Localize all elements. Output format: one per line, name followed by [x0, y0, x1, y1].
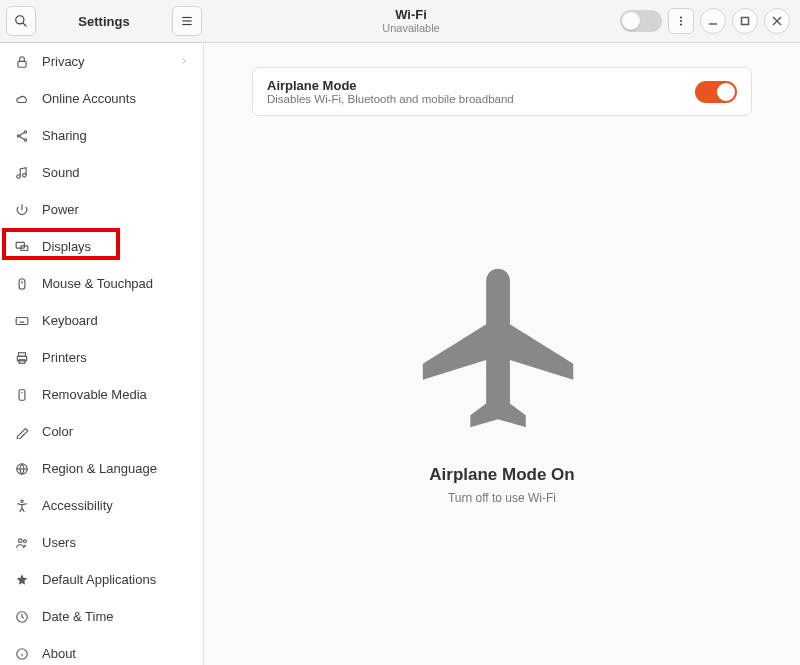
- sidebar-item-about[interactable]: About: [0, 635, 203, 665]
- sidebar-item-color[interactable]: Color: [0, 413, 203, 450]
- sidebar-item-label: Privacy: [42, 54, 85, 69]
- svg-point-18: [17, 174, 21, 178]
- sidebar-item-label: Users: [42, 535, 76, 550]
- content: PrivacyOnline AccountsSharingSoundPowerD…: [0, 43, 800, 665]
- sidebar-item-printer[interactable]: Printers: [0, 339, 203, 376]
- titlebar-right: [620, 8, 794, 34]
- airplane-mode-switch[interactable]: [695, 81, 737, 103]
- svg-point-13: [24, 130, 26, 132]
- about-icon: [14, 646, 30, 662]
- titlebar-left: Settings: [6, 6, 202, 36]
- wifi-placeholder: Airplane Mode On Turn off to use Wi-Fi: [407, 116, 597, 641]
- window-close-button[interactable]: [764, 8, 790, 34]
- svg-rect-22: [19, 278, 25, 289]
- region-icon: [14, 461, 30, 477]
- page-subtitle: Unavailable: [208, 22, 614, 35]
- titlebar: Settings Wi-Fi Unavailable: [0, 0, 800, 43]
- sidebar-item-label: Printers: [42, 350, 87, 365]
- sidebar-item-power[interactable]: Power: [0, 191, 203, 228]
- sidebar-item-label: Accessibility: [42, 498, 113, 513]
- defaults-icon: [14, 572, 30, 588]
- share-icon: [14, 128, 30, 144]
- datetime-icon: [14, 609, 30, 625]
- airplane-mode-texts: Airplane Mode Disables Wi-Fi, Bluetooth …: [267, 78, 695, 105]
- sidebar-item-label: About: [42, 646, 76, 661]
- sidebar-item-label: Power: [42, 202, 79, 217]
- hamburger-icon: [180, 14, 194, 28]
- sidebar-item-label: Displays: [42, 239, 91, 254]
- sidebar-item-label: Default Applications: [42, 572, 156, 587]
- svg-point-6: [680, 20, 682, 22]
- airplane-icon: [407, 253, 597, 443]
- svg-rect-9: [742, 18, 749, 25]
- power-icon: [14, 202, 30, 218]
- sidebar-item-accessibility[interactable]: Accessibility: [0, 487, 203, 524]
- sidebar-item-datetime[interactable]: Date & Time: [0, 598, 203, 635]
- sound-icon: [14, 165, 30, 181]
- accessibility-icon: [14, 498, 30, 514]
- sidebar-item-lock[interactable]: Privacy: [0, 43, 203, 80]
- sidebar-item-share[interactable]: Sharing: [0, 117, 203, 154]
- sidebar-item-label: Online Accounts: [42, 91, 136, 106]
- sidebar-item-users[interactable]: Users: [0, 524, 203, 561]
- sidebar-item-label: Removable Media: [42, 387, 147, 402]
- svg-point-0: [16, 16, 24, 24]
- cloud-icon: [14, 91, 30, 107]
- search-icon: [14, 14, 28, 28]
- svg-rect-12: [18, 61, 26, 67]
- sidebar-item-label: Sharing: [42, 128, 87, 143]
- sidebar-item-mouse[interactable]: Mouse & Touchpad: [0, 265, 203, 302]
- window-maximize-button[interactable]: [732, 8, 758, 34]
- titlebar-center: Wi-Fi Unavailable: [208, 7, 614, 36]
- sidebar-item-label: Keyboard: [42, 313, 98, 328]
- sidebar-menu-button[interactable]: [172, 6, 202, 36]
- svg-line-1: [23, 23, 26, 26]
- color-icon: [14, 424, 30, 440]
- svg-point-5: [680, 17, 682, 19]
- sidebar-item-label: Date & Time: [42, 609, 114, 624]
- maximize-icon: [740, 16, 750, 26]
- placeholder-subtitle: Turn off to use Wi-Fi: [448, 491, 556, 505]
- keyboard-icon: [14, 313, 30, 329]
- sidebar-item-displays[interactable]: Displays: [0, 228, 203, 265]
- printer-icon: [14, 350, 30, 366]
- svg-point-19: [23, 173, 26, 177]
- window-minimize-button[interactable]: [700, 8, 726, 34]
- search-button[interactable]: [6, 6, 36, 36]
- sidebar: PrivacyOnline AccountsSharingSoundPowerD…: [0, 43, 204, 665]
- svg-rect-33: [19, 389, 25, 400]
- svg-point-38: [19, 538, 23, 542]
- lock-icon: [14, 54, 30, 70]
- sidebar-item-label: Mouse & Touchpad: [42, 276, 153, 291]
- main-pane: Airplane Mode Disables Wi-Fi, Bluetooth …: [204, 43, 800, 665]
- removable-icon: [14, 387, 30, 403]
- minimize-icon: [708, 16, 718, 26]
- sidebar-item-label: Sound: [42, 165, 80, 180]
- sidebar-item-defaults[interactable]: Default Applications: [0, 561, 203, 598]
- airplane-mode-subtitle: Disables Wi-Fi, Bluetooth and mobile bro…: [267, 93, 695, 105]
- sidebar-item-region[interactable]: Region & Language: [0, 450, 203, 487]
- sidebar-item-cloud[interactable]: Online Accounts: [0, 80, 203, 117]
- wifi-enable-switch[interactable]: [620, 10, 662, 32]
- svg-point-37: [21, 500, 23, 502]
- users-icon: [14, 535, 30, 551]
- kebab-icon: [675, 15, 687, 27]
- close-icon: [772, 16, 782, 26]
- header-menu-button[interactable]: [668, 8, 694, 34]
- chevron-right-icon: [179, 54, 189, 69]
- svg-point-14: [17, 134, 19, 136]
- page-title: Wi-Fi: [208, 7, 614, 23]
- svg-point-7: [680, 24, 682, 26]
- placeholder-title: Airplane Mode On: [429, 465, 574, 485]
- svg-rect-24: [16, 317, 28, 324]
- svg-point-39: [23, 539, 26, 542]
- sidebar-item-sound[interactable]: Sound: [0, 154, 203, 191]
- sidebar-title: Settings: [42, 14, 166, 29]
- svg-line-17: [20, 136, 25, 139]
- airplane-mode-title: Airplane Mode: [267, 78, 695, 93]
- sidebar-item-label: Region & Language: [42, 461, 157, 476]
- sidebar-item-label: Color: [42, 424, 73, 439]
- sidebar-item-keyboard[interactable]: Keyboard: [0, 302, 203, 339]
- mouse-icon: [14, 276, 30, 292]
- sidebar-item-removable[interactable]: Removable Media: [0, 376, 203, 413]
